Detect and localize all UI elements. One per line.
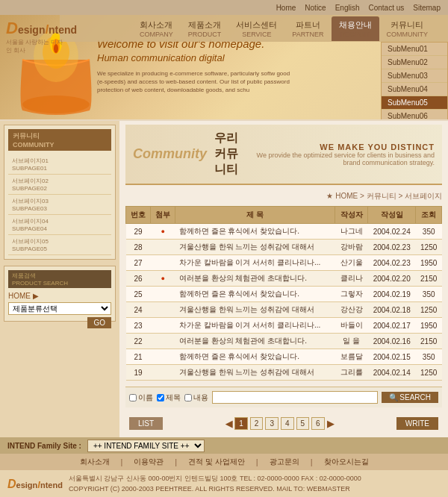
list-button[interactable]: LIST [129, 417, 163, 430]
footer-link-proposal[interactable]: 견적 및 사업제안 [188, 457, 245, 467]
nav-community[interactable]: 커뮤니티 COMMUNITY [379, 16, 436, 41]
cell-attach [151, 334, 175, 349]
family-site-bar: INTEND Family Site : ++ INTEND FAMILY SI… [0, 437, 448, 454]
cell-date: 2004.02.24 [368, 224, 416, 240]
page-6[interactable]: 6 [311, 417, 325, 430]
prev-page-arrow[interactable]: ◀ [225, 419, 232, 429]
cell-title[interactable]: 차가운 칼바람을 이겨 서서히 클리나리나... [175, 318, 335, 334]
cell-views: 1950 [416, 255, 442, 271]
write-button[interactable]: WRITE [396, 417, 438, 430]
cell-title[interactable]: 겨울산행을 한워 느끼는 성취감에 대해서 [175, 302, 335, 318]
table-row: 28 겨울산행을 한워 느끼는 성취감에 대해서 강바람 2004.02.23 … [126, 240, 442, 255]
top-navigation: Home Notice English Contact us Sitemap [0, 0, 448, 15]
cell-title[interactable]: 함께하면 즐은 휴식에서 찾았습니다. [175, 287, 335, 302]
footer-link-company[interactable]: 회사소개 [80, 457, 110, 467]
page-numbers: ◀ 1 2 3 4 5 6 ▶ [225, 417, 333, 430]
sidebar-link-1[interactable]: 서브페이지01 SUBPAGE01 [8, 154, 111, 175]
footer-separator-1: | [121, 457, 123, 466]
cell-author: 산기울 [335, 255, 368, 271]
topnav-sitemap[interactable]: Sitemap [413, 4, 441, 12]
cell-title[interactable]: 함께하면 즐은 휴식에서 찾았습니다. [175, 349, 335, 365]
nav-company[interactable]: 회사소개 COMPANY [132, 16, 181, 41]
page-5[interactable]: 5 [296, 417, 310, 430]
cell-author: 일 을 [335, 334, 368, 349]
sidebar-link-3[interactable]: 서브페이지03 SUBPAGE03 [8, 195, 111, 215]
page-title-right: WE MAKE YOU DISTINCT We provide the opti… [243, 143, 435, 166]
family-site-select[interactable]: ++ INTEND FAMILY SITE ++ [87, 440, 205, 452]
footer-separator-2: | [175, 457, 177, 466]
page-1[interactable]: 1 [234, 417, 248, 430]
content-area: 커뮤니티 COMMUNITY 서브페이지01 SUBPAGE01 서브페이지02… [0, 121, 448, 437]
footer-separator-4: | [311, 457, 313, 466]
cell-title[interactable]: 겨울산행을 한워 느끼는 성취감에 대해서 [175, 365, 335, 381]
search-icon: 🔍 [389, 393, 398, 401]
topnav-notice[interactable]: Notice [305, 4, 326, 12]
topnav-contact[interactable]: Contact us [369, 4, 405, 12]
page-title-ko: 우리 커뮤니티 [214, 131, 243, 178]
main-navigation: 회사소개 COMPANY 제품소개 PRODUCT 서비스센터 SERVICE … [60, 15, 448, 42]
footer-link-ad[interactable]: 광고문의 [270, 457, 299, 467]
cell-author: 그렇자 [335, 287, 368, 302]
search-content-label: 내용 [184, 393, 208, 403]
sidebar-link-5[interactable]: 서브페이지05 SUBPAGE05 [8, 235, 111, 255]
cell-author: 보름달 [335, 349, 368, 365]
cell-date: 2004.02.14 [368, 365, 416, 381]
family-site-label: INTEND Family Site : [7, 442, 81, 450]
submenu-5[interactable]: SubMenu05 [382, 96, 447, 110]
nav-product[interactable]: 제품소개 PRODUCT [181, 16, 229, 41]
search-submit-button[interactable]: 🔍 SEARCH [382, 392, 438, 403]
cell-views: 1250 [416, 302, 442, 318]
cell-no: 19 [126, 365, 151, 381]
page-2[interactable]: 2 [250, 417, 264, 430]
search-title-checkbox[interactable] [157, 394, 164, 401]
cell-views: 1950 [416, 318, 442, 334]
page-title-area: Community 우리 커뮤니티 [133, 131, 243, 178]
cell-date: 2004.02.18 [368, 302, 416, 318]
footer-link-terms[interactable]: 이용약관 [134, 457, 164, 467]
table-row: 29 ● 함께하면 즐은 휴식에서 찾았습니다. 나그네 2004.02.24 … [126, 224, 442, 240]
cell-title[interactable]: 차가운 칼바람을 이겨 서서히 클리나리나... [175, 255, 335, 271]
nav-service[interactable]: 서비스센터 SERVICE [228, 16, 284, 41]
cell-title[interactable]: 여러분을 환상의 체험관에 초대합니다. [175, 271, 335, 287]
sidebar-home-link[interactable]: HOME ▶ [8, 292, 39, 300]
sidebar-link-2[interactable]: 서브페이지02 SUBPAGE02 [8, 175, 111, 195]
nav-partner[interactable]: 파트너 PARTNER [284, 16, 331, 41]
page-3[interactable]: 3 [265, 417, 279, 430]
cell-title[interactable]: 함께하면 즐은 휴식에서 찾았습니다. [175, 224, 335, 240]
search-content-checkbox[interactable] [184, 394, 192, 401]
cell-date: 2004.02.23 [368, 240, 416, 255]
submenu-6[interactable]: SubMenu06 [382, 110, 447, 119]
cell-views: 1250 [416, 365, 442, 381]
col-author: 작성자 [335, 207, 368, 224]
topnav-english[interactable]: English [335, 4, 360, 12]
product-category-select[interactable]: 제품분류선택 [8, 302, 111, 315]
search-name-checkbox[interactable] [129, 394, 137, 401]
cell-title[interactable]: 겨울산행을 한워 느끼는 성취감에 대해서 [175, 240, 335, 255]
cell-no: 28 [126, 240, 151, 255]
submenu-1[interactable]: SubMenu01 [382, 43, 447, 56]
cell-attach [151, 302, 175, 318]
cell-author: 강바람 [335, 240, 368, 255]
sidebar: 커뮤니티 COMMUNITY 서브페이지01 SUBPAGE01 서브페이지02… [0, 121, 119, 437]
submenu-2[interactable]: SubMenu02 [382, 56, 447, 69]
page-distinguish: WE MAKE YOU DISTINCT [243, 143, 435, 151]
cell-date: 2004.02.17 [368, 318, 416, 334]
search-title-label: 제목 [157, 393, 181, 403]
col-title: 제 목 [175, 207, 335, 224]
cell-date: 2004.02.23 [368, 255, 416, 271]
cell-title[interactable]: 여러분을 환상의 체험관에 초대합니다. [175, 334, 335, 349]
submenu-3[interactable]: SubMenu03 [382, 69, 447, 83]
next-page-arrow[interactable]: ▶ [327, 419, 334, 429]
topnav-home[interactable]: Home [276, 4, 296, 12]
search-bar: 이름 제목 내용 🔍 SEARCH [125, 387, 442, 407]
cell-author: 강산강 [335, 302, 368, 318]
footer-link-directions[interactable]: 찾아오시는길 [324, 457, 369, 467]
search-input[interactable] [212, 391, 378, 404]
nav-recruit[interactable]: 채용안내 RECRUIT [332, 16, 379, 41]
page-4[interactable]: 4 [281, 417, 294, 430]
product-search-go-button[interactable]: GO [87, 317, 111, 328]
sidebar-link-4[interactable]: 서브페이지04 SUBPAGE04 [8, 215, 111, 235]
submenu-4[interactable]: SubMenu04 [382, 83, 447, 96]
header-area: DesignIntend 서울을 사랑하는 디자인 회사 Welcome [0, 15, 448, 119]
footer-links: 회사소개 | 이용약관 | 견적 및 사업제안 | 광고문의 | 찾아오시는길 [0, 454, 448, 470]
